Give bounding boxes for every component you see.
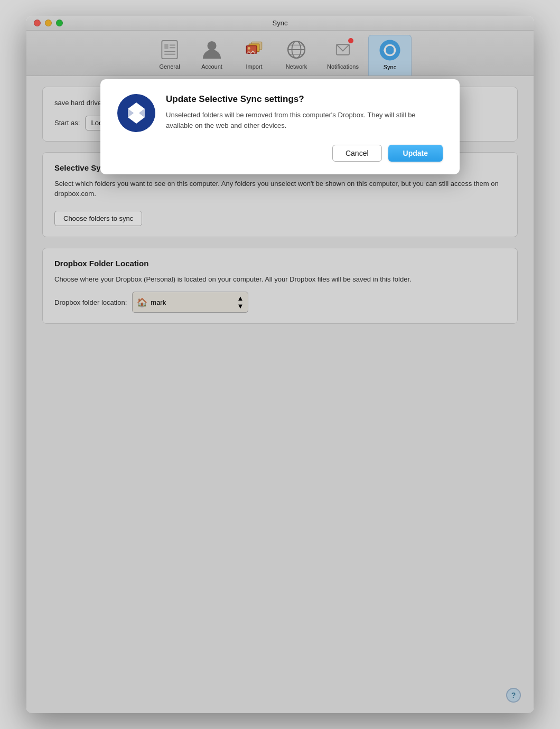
update-button[interactable]: Update [388,145,443,162]
dialog-buttons: Cancel Update [117,145,443,162]
dialog-message: Unselected folders will be removed from … [166,110,443,130]
dialog-text-area: Update Selective Sync settings? Unselect… [166,94,443,130]
main-window: Sync General [26,16,534,713]
dialog-body: Update Selective Sync settings? Unselect… [117,94,443,132]
update-dialog: Update Selective Sync settings? Unselect… [100,79,460,174]
dropbox-logo [117,94,155,132]
dialog-title: Update Selective Sync settings? [166,94,443,105]
dialog-overlay: Update Selective Sync settings? Unselect… [26,16,534,713]
cancel-button[interactable]: Cancel [332,145,382,162]
